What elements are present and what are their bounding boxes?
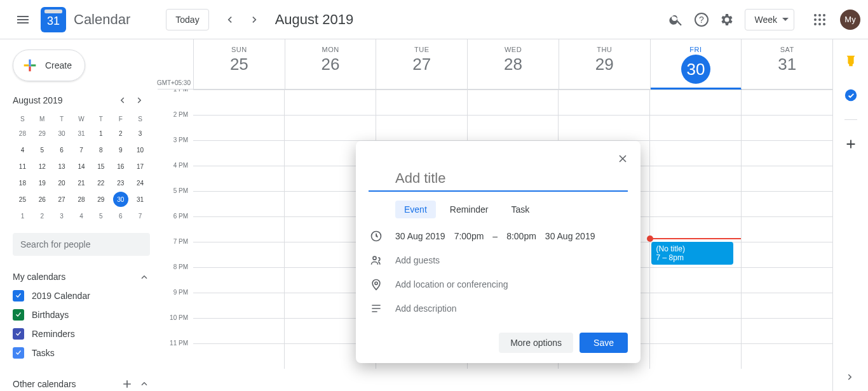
time-slot[interactable] — [376, 116, 467, 140]
main-menu-button[interactable] — [8, 4, 38, 35]
time-slot[interactable] — [467, 116, 559, 140]
calendar-item[interactable]: Tasks — [13, 343, 150, 362]
more-options-button[interactable]: More options — [499, 333, 573, 353]
calendar-item[interactable]: Birthdays — [13, 305, 150, 324]
mini-day[interactable]: 4 — [74, 208, 89, 223]
event-title-input[interactable] — [369, 166, 628, 192]
my-calendars-toggle[interactable]: My calendars — [13, 267, 150, 286]
mini-day[interactable]: 22 — [93, 175, 109, 190]
time-slot[interactable] — [193, 141, 284, 166]
time-slot[interactable] — [193, 116, 284, 140]
mini-day[interactable]: 1 — [15, 208, 30, 223]
create-button[interactable]: Create — [13, 50, 85, 81]
time-slot[interactable] — [649, 192, 741, 216]
mini-day[interactable]: 5 — [34, 142, 50, 157]
today-button[interactable]: Today — [166, 9, 208, 30]
day-header[interactable]: TUE27 — [376, 39, 467, 89]
mini-day[interactable]: 31 — [133, 192, 148, 207]
collapse-panel[interactable] — [843, 369, 858, 385]
tasks-addon[interactable] — [838, 83, 864, 108]
mini-day[interactable]: 11 — [15, 159, 30, 174]
mini-day[interactable]: 20 — [54, 175, 69, 190]
mini-day[interactable]: 4 — [15, 142, 30, 157]
time-slot[interactable] — [741, 242, 832, 267]
mini-day[interactable]: 7 — [133, 208, 148, 223]
time-slot[interactable] — [741, 268, 832, 293]
compose-tab-reminder[interactable]: Reminder — [441, 201, 498, 218]
time-slot[interactable] — [284, 116, 376, 140]
calendar-item[interactable]: 2019 Calendar — [13, 286, 150, 305]
time-slot[interactable] — [649, 344, 741, 369]
time-slot[interactable] — [284, 90, 376, 115]
other-calendars-toggle[interactable]: Other calendars — [13, 374, 150, 391]
time-slot[interactable] — [193, 166, 284, 191]
time-slot[interactable] — [741, 141, 832, 166]
day-header[interactable]: WED28 — [467, 39, 559, 89]
get-addons[interactable] — [838, 131, 864, 157]
account-avatar[interactable]: My — [840, 10, 860, 30]
mini-day[interactable]: 1 — [93, 126, 109, 141]
checkbox-icon[interactable] — [13, 290, 24, 302]
time-slot[interactable] — [193, 268, 284, 293]
mini-day[interactable]: 6 — [54, 142, 69, 157]
time-slot[interactable] — [741, 90, 832, 115]
time-slot[interactable] — [741, 344, 832, 369]
time-slot[interactable] — [558, 116, 649, 140]
mini-day[interactable]: 29 — [93, 192, 109, 207]
add-guests-field[interactable]: Add guests — [395, 255, 440, 265]
time-slot[interactable] — [649, 268, 741, 293]
mini-day[interactable]: 8 — [93, 142, 109, 157]
time-slot[interactable] — [649, 217, 741, 242]
time-slot[interactable] — [193, 192, 284, 216]
mini-cal-prev[interactable] — [114, 93, 130, 108]
mini-day[interactable]: 19 — [34, 175, 50, 190]
mini-day[interactable]: 31 — [74, 126, 89, 141]
add-location-field[interactable]: Add location or conferencing — [395, 279, 508, 289]
checkbox-icon[interactable] — [13, 347, 24, 359]
next-week-button[interactable] — [242, 7, 268, 32]
add-description-field[interactable]: Add description — [395, 303, 457, 314]
mini-day[interactable]: 7 — [74, 142, 89, 157]
close-button[interactable] — [613, 149, 633, 169]
time-slot[interactable] — [193, 319, 284, 343]
search-people-input[interactable]: Search for people — [13, 233, 150, 256]
time-slot[interactable] — [649, 90, 741, 115]
support-button[interactable]: ? — [689, 7, 714, 32]
mini-day[interactable]: 6 — [113, 208, 128, 223]
search-button[interactable] — [663, 7, 689, 32]
time-slot[interactable] — [741, 166, 832, 191]
time-slot[interactable] — [558, 90, 649, 115]
event-block[interactable]: (No title)7 – 8pm — [651, 242, 734, 265]
mini-day[interactable]: 5 — [93, 208, 109, 223]
event-time[interactable]: 30 Aug 2019 7:00pm – 8:00pm 30 Aug 2019 — [395, 231, 595, 241]
time-slot[interactable] — [649, 319, 741, 343]
day-header[interactable]: MON26 — [285, 39, 376, 89]
time-slot[interactable] — [741, 116, 832, 140]
time-slot[interactable] — [741, 319, 832, 343]
view-switcher[interactable]: Week — [745, 9, 794, 30]
mini-day[interactable]: 17 — [133, 159, 148, 174]
google-apps-button[interactable] — [807, 7, 832, 32]
mini-day[interactable]: 28 — [15, 126, 30, 141]
plus-icon[interactable] — [121, 378, 133, 390]
compose-tab-event[interactable]: Event — [395, 201, 436, 218]
mini-day[interactable]: 21 — [74, 175, 89, 190]
mini-day[interactable]: 10 — [133, 142, 148, 157]
checkbox-icon[interactable] — [13, 309, 24, 321]
prev-week-button[interactable] — [217, 7, 242, 32]
mini-day[interactable]: 28 — [74, 192, 89, 207]
checkbox-icon[interactable] — [13, 328, 24, 340]
mini-day[interactable]: 30 — [54, 126, 69, 141]
time-slot[interactable] — [649, 116, 741, 140]
day-header[interactable]: SUN25 — [193, 39, 285, 89]
time-slot[interactable] — [741, 217, 832, 242]
mini-day[interactable]: 12 — [34, 159, 50, 174]
mini-day[interactable]: 24 — [133, 175, 148, 190]
mini-day[interactable]: 3 — [133, 126, 148, 141]
time-slot[interactable] — [193, 293, 284, 318]
mini-day[interactable]: 13 — [54, 159, 69, 174]
mini-day[interactable]: 3 — [54, 208, 69, 223]
mini-day[interactable]: 23 — [113, 175, 128, 190]
app-logo[interactable]: 31 Calendar — [41, 7, 130, 32]
time-slot[interactable] — [193, 217, 284, 242]
